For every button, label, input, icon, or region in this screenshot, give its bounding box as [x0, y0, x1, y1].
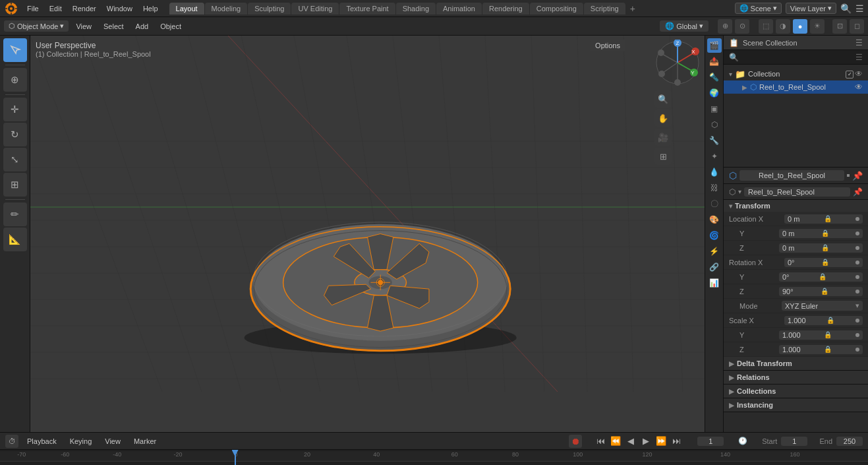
transform-selector[interactable]: 🌐 Global ▾ — [660, 20, 709, 32]
jump-to-start-button[interactable]: ⏮ — [594, 435, 607, 448]
location-z-lock[interactable]: 🔒 — [821, 244, 829, 251]
view-menu[interactable]: View — [71, 21, 96, 32]
measure-tool[interactable]: 📐 — [3, 228, 27, 251]
object-menu[interactable]: Object — [156, 21, 186, 32]
location-z-keyframe[interactable] — [855, 246, 859, 250]
select-tool[interactable] — [3, 38, 27, 62]
blender-logo[interactable] — [4, 1, 18, 16]
reel-visibility-toggle[interactable]: 👁 — [855, 82, 863, 92]
tab-layout[interactable]: Layout — [169, 3, 204, 15]
prop-icon-shader[interactable]: ⚡ — [707, 244, 722, 259]
scene-selector[interactable]: 🌐 Scene ▾ — [735, 3, 782, 14]
current-frame-input[interactable]: 1 — [697, 437, 724, 446]
rotation-z-field[interactable]: 90° 🔒 — [779, 287, 863, 296]
tab-scripting[interactable]: Scripting — [584, 3, 625, 15]
menu-render[interactable]: Render — [68, 3, 101, 14]
playback-menu[interactable]: Playback — [22, 436, 61, 447]
scale-x-field[interactable]: 1.000 🔒 — [784, 316, 863, 325]
navigation-gizmo[interactable]: X Y Z — [654, 40, 701, 86]
menu-edit[interactable]: Edit — [45, 3, 67, 14]
rotation-x-lock[interactable]: 🔒 — [821, 259, 829, 266]
menu-window[interactable]: Window — [102, 3, 137, 14]
tab-uv-editing[interactable]: UV Editing — [291, 3, 339, 15]
rotation-z-lock[interactable]: 🔒 — [821, 288, 828, 295]
timeline-track[interactable]: -70 -60 -40 -20 0 20 40 60 80 100 120 14… — [0, 450, 868, 465]
scale-x-keyframe[interactable] — [855, 319, 859, 323]
timeline-mode-icon[interactable]: ⏱ — [5, 435, 18, 448]
search-btn[interactable]: 🔍 — [840, 3, 852, 14]
view-menu-tl[interactable]: View — [100, 436, 125, 447]
collections-header[interactable]: ▶ Collections — [724, 385, 868, 398]
prop-icon-world[interactable]: ▣ — [707, 102, 722, 116]
tab-texture-paint[interactable]: Texture Paint — [339, 3, 395, 15]
overlay-toggle[interactable]: ⊡ — [832, 19, 847, 34]
keying-menu[interactable]: Keying — [65, 436, 97, 447]
pin-button[interactable]: 📌 — [852, 171, 863, 181]
tab-sculpting[interactable]: Sculpting — [248, 3, 291, 15]
rotation-x-keyframe[interactable] — [855, 261, 859, 264]
viewport-shading-wire[interactable]: ⬚ — [759, 19, 773, 34]
scale-z-keyframe[interactable] — [855, 348, 859, 352]
zoom-viewport-button[interactable]: 🔍 — [654, 90, 672, 108]
visibility-toggle[interactable]: 👁 — [855, 69, 863, 78]
start-frame-input[interactable]: 1 — [781, 437, 807, 446]
location-x-lock[interactable]: 🔒 — [824, 215, 832, 222]
scale-y-field[interactable]: 1.000 🔒 — [779, 330, 863, 340]
linked-mesh-name[interactable]: Reel_to_Reel_Spool — [744, 187, 850, 197]
outliner-item-collection[interactable]: ▾ 📁 Collection ✓ 👁 — [724, 67, 868, 80]
annotate-tool[interactable]: ✏ — [3, 202, 27, 226]
select-menu[interactable]: Select — [99, 21, 129, 32]
scale-tool[interactable]: ⤡ — [3, 148, 27, 171]
transform-section-header[interactable]: ▾ Transform — [724, 200, 868, 212]
filter-btn[interactable]: ☰ — [855, 3, 864, 14]
location-z-field[interactable]: 0 m 🔒 — [779, 243, 863, 253]
outliner-item-reel[interactable]: ▶ ⬡ Reel_to_Reel_Spool 👁 — [724, 80, 868, 94]
location-y-field[interactable]: 0 m 🔒 — [779, 229, 863, 238]
options-button[interactable]: Options — [590, 40, 625, 51]
outliner-search-input[interactable] — [741, 53, 853, 61]
cursor-tool[interactable]: ⊕ — [3, 68, 27, 92]
rotation-y-field[interactable]: 0° 🔒 — [779, 272, 863, 282]
tab-modeling[interactable]: Modeling — [205, 3, 248, 15]
rotation-y-lock[interactable]: 🔒 — [819, 273, 826, 280]
rotation-mode-selector[interactable]: XYZ Euler ▾ — [782, 301, 863, 311]
3d-viewport[interactable]: User Perspective (1) Collection | Reel_t… — [30, 36, 705, 432]
end-frame-input[interactable]: 250 — [836, 437, 863, 446]
object-name-field[interactable]: Reel_to_Reel_Spool — [739, 170, 844, 181]
snap-button[interactable]: ⊕ — [718, 19, 732, 34]
checkbox-icon[interactable]: ✓ — [846, 69, 854, 78]
transform-tool[interactable]: ⊞ — [3, 173, 27, 197]
viewport-shading-material[interactable]: ● — [793, 19, 807, 34]
scale-y-keyframe[interactable] — [855, 333, 859, 337]
prev-keyframe-button[interactable]: ⏪ — [609, 435, 622, 448]
move-tool[interactable]: ✛ — [3, 98, 27, 121]
tab-rendering[interactable]: Rendering — [482, 3, 529, 15]
prop-icon-output[interactable]: 📤 — [707, 54, 722, 69]
prop-icon-particles[interactable]: ✦ — [707, 149, 722, 164]
add-workspace-button[interactable]: + — [626, 2, 639, 15]
next-keyframe-button[interactable]: ⏩ — [654, 435, 668, 448]
location-x-keyframe[interactable] — [855, 217, 859, 221]
rotation-x-field[interactable]: 0° 🔒 — [784, 258, 863, 267]
view-layer-selector[interactable]: View Layer ▾ — [786, 3, 836, 14]
ortho-view-button[interactable]: ⊞ — [654, 148, 672, 165]
play-button[interactable]: ▶ — [639, 435, 652, 448]
instancing-header[interactable]: ▶ Instancing — [724, 398, 868, 412]
rotate-tool[interactable]: ↻ — [3, 123, 27, 146]
scale-z-lock[interactable]: 🔒 — [824, 346, 832, 353]
rotation-y-keyframe[interactable] — [855, 275, 859, 279]
tab-animation[interactable]: Animation — [436, 3, 482, 15]
viewport-shading-rendered[interactable]: ☀ — [810, 19, 825, 34]
scale-x-lock[interactable]: 🔒 — [826, 317, 834, 324]
prop-icon-constraints[interactable]: ⛓ — [707, 181, 722, 195]
scale-z-field[interactable]: 1.000 🔒 — [779, 345, 863, 354]
prop-icon-object[interactable]: ⬡ — [707, 117, 722, 132]
rotation-z-keyframe[interactable] — [855, 290, 859, 294]
play-reverse-button[interactable]: ◀ — [624, 435, 637, 448]
proportional-edit-button[interactable]: ⊙ — [735, 19, 749, 34]
viewport-shading-solid[interactable]: ◑ — [776, 19, 790, 34]
prop-icon-data[interactable]: 〇 — [707, 197, 722, 211]
location-x-field[interactable]: 0 m 🔒 — [784, 214, 863, 224]
pan-viewport-button[interactable]: ✋ — [654, 109, 672, 127]
prop-icon-scene[interactable]: 🌍 — [707, 86, 722, 100]
